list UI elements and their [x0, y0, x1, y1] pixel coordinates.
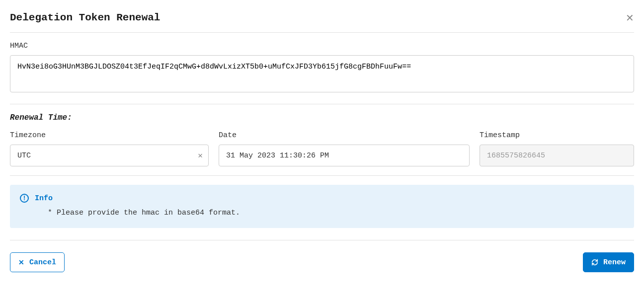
info-icon: ! [20, 194, 29, 203]
date-label: Date [219, 131, 470, 140]
divider [10, 175, 634, 176]
timestamp-label: Timestamp [480, 131, 634, 140]
modal-title: Delegation Token Renewal [10, 12, 160, 23]
refresh-icon [591, 259, 598, 266]
hmac-input[interactable]: HvN3ei8oG3HUnM3BGJLDOSZ04t3EfJeqIF2qCMwG… [10, 55, 634, 92]
renew-label: Renew [603, 258, 626, 267]
clear-timezone-icon[interactable]: ✕ [198, 151, 203, 160]
timestamp-input [480, 145, 634, 166]
renewal-time-title: Renewal Time: [10, 113, 634, 122]
timezone-label: Timezone [10, 131, 209, 140]
info-title: Info [35, 194, 53, 203]
info-text: * Please provide the hmac in base64 form… [20, 209, 624, 217]
info-callout: ! Info * Please provide the hmac in base… [10, 185, 634, 228]
close-icon[interactable]: ✕ [626, 13, 634, 23]
cancel-button[interactable]: ✕ Cancel [10, 252, 65, 272]
renew-button[interactable]: Renew [583, 252, 634, 272]
timezone-input[interactable] [10, 145, 209, 166]
cancel-label: Cancel [29, 258, 56, 267]
date-input[interactable] [219, 145, 470, 166]
close-icon: ✕ [18, 258, 24, 266]
hmac-label: HMAC [10, 42, 634, 50]
